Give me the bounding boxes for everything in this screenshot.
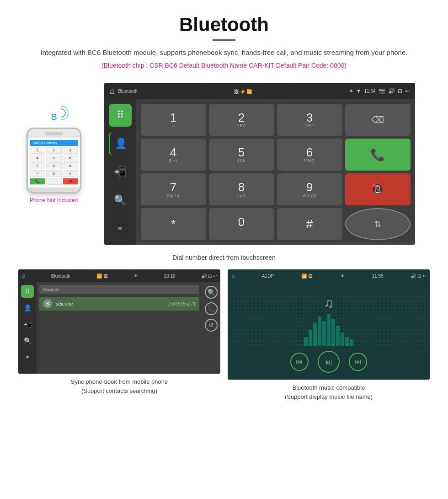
page-container: Bluetooth Integrated with BC6 Bluetooth … [0,0,448,401]
sidebar-dialpad[interactable]: ⠿ [109,104,132,127]
delete-icon: ⌫ [371,114,384,125]
dial-key-hash[interactable]: # [277,208,342,240]
sidebar-search[interactable]: 🔍 [109,189,132,212]
dial-key-8[interactable]: 8 TUV [209,173,274,205]
dial-key-4[interactable]: 4 GHI [141,139,206,171]
pb-sidebar: ⠿ 👤 📲 🔍 ✶ [18,282,37,374]
pb-refresh-action[interactable]: ↺ [205,319,218,332]
title-divider [213,39,235,41]
pb-person-icon[interactable]: 👤 [21,301,34,314]
dial-key-0[interactable]: 0 + [209,208,274,240]
dial-key-6[interactable]: 6 MNO [277,139,342,171]
dial-key-9[interactable]: 9 WXYZ [277,173,342,205]
phone-screen-header: + Add to Contacts [30,140,78,146]
camera-icon: 📷 [379,88,385,94]
music-app-name: A2DP [262,274,274,279]
dial-sub-7: PQRS [166,193,180,198]
music-prev-button[interactable]: ⏮ [290,353,309,371]
dial-num-6: 6 [306,146,313,158]
dial-sub-4: GHI [169,158,177,163]
status-center: 🖼 ⚡ 📶 [234,88,252,95]
pb-dialpad-icon[interactable]: ⠿ [21,285,34,298]
top-row: ʙ + Add to Contacts 1 2 3 4 5 6 7 8 9 [18,83,430,249]
dial-num-hash: # [306,218,313,230]
phone-notch [45,132,63,135]
sidebar-bluetooth-settings[interactable]: ✶ [109,217,132,240]
dial-num-star: * [171,218,176,230]
eq-bar-8 [336,326,340,346]
music-body: ♫ [228,282,430,380]
dial-sub-8: TUV [237,193,246,198]
dial-key-7[interactable]: 7 PQRS [141,173,206,205]
eq-bar-10 [345,337,349,346]
dial-sub-9: WXYZ [303,193,316,198]
pb-home-icon: ⌂ [22,273,25,279]
dial-sub-6: MNO [304,158,315,163]
person-icon: 👤 [115,138,127,150]
status-icons-left: 🖼 ⚡ 📶 [234,89,252,94]
page-header: Bluetooth Integrated with BC6 Bluetooth … [0,0,448,83]
phonebook-screenshot: ⌂ Bluetooth 📶 🖼 ✶ 20:10 🔊 ⊡ ↩ ⠿ 👤 📲 🔍 ✶ [18,269,220,374]
eq-bar-1 [304,337,308,346]
phonebook-caption-line2: (Support contacts searching) [81,387,157,394]
phone-key-3: 3 [63,147,78,154]
phone-bottom-bar [28,188,80,192]
status-left: ⌂ Bluetooth [110,86,138,96]
dial-key-call[interactable]: 📞 [345,139,411,171]
dial-sub-3: DEF [305,123,315,128]
swap-icon: ⇅ [374,219,381,229]
pb-call-action[interactable]: 📞 [205,302,218,315]
bluetooth-icon: ʙ [51,110,57,123]
chip-info: (Bluetooth chip : CSR BC6 Default Blueto… [9,62,439,69]
phonebook-body: ⠿ 👤 📲 🔍 ✶ Search S [18,282,220,374]
phone-key-star: * [30,170,45,177]
sidebar-contacts[interactable]: 👤 [109,132,132,155]
eq-bar-2 [309,330,312,346]
phone-key-2: 2 [46,147,62,154]
time-display: 11:54 [364,89,375,94]
dial-num-2: 2 [238,112,245,123]
dial-num-5: 5 [238,146,245,158]
phonebook-item: ⌂ Bluetooth 📶 🖼 ✶ 20:10 🔊 ⊡ ↩ ⠿ 👤 📲 🔍 ✶ [18,269,220,401]
phone-screen: + Add to Contacts 1 2 3 4 5 6 7 8 9 * 0 … [28,138,80,188]
pb-search-action[interactable]: 🔍 [205,286,218,299]
pb-search-bar[interactable]: Search [39,285,199,294]
pb-transfer-icon[interactable]: 📲 [21,318,34,331]
sidebar-call-transfer[interactable]: 📲 [109,161,132,183]
back-icon: ↩ [405,88,410,94]
bluetooth-status-icon: ✶ [349,88,353,94]
dial-key-1[interactable]: 1 ▫ [141,104,206,136]
phone-key-8: 8 [46,162,62,169]
phone-key-1: 1 [30,147,45,154]
dial-num-0: 0 [238,216,245,228]
dial-key-star[interactable]: * [141,208,206,240]
dial-key-3[interactable]: 3 DEF [277,104,342,136]
dial-key-delete[interactable]: ⌫ [345,104,411,136]
dial-key-hangup[interactable]: 📵 [345,173,411,205]
eq-bar-9 [341,333,344,346]
play-icon: ⏯ [324,357,333,367]
wifi-icon: ▼ [356,88,362,94]
music-caption: Bluetooth music compatible (Support disp… [285,383,373,401]
dial-num-4: 4 [170,146,176,158]
pb-contact-row[interactable]: S seicane 15885554271 [39,297,199,311]
dial-key-swap[interactable]: ⇅ [345,208,411,240]
pb-search-icon[interactable]: 🔍 [21,334,34,347]
call-icon: 📞 [370,148,385,162]
dial-num-9: 9 [306,181,313,193]
dial-key-2[interactable]: 2 ABC [209,104,274,136]
music-play-button[interactable]: ⏯ [318,351,340,373]
pb-icons: 📶 🖼 [96,274,108,279]
eq-bar-4 [318,317,321,346]
eq-bar-7 [331,319,335,346]
music-next-button[interactable]: ⏭ [349,353,367,371]
eq-bars [232,310,425,346]
dial-sub-1: ▫ [172,123,174,128]
phone-not-included-label: Phone Not Included [30,197,78,204]
page-title: Bluetooth [9,14,439,36]
pb-bt-settings-icon[interactable]: ✶ [21,351,34,364]
dial-key-5[interactable]: 5 JKL [209,139,274,171]
pb-app-name: Bluetooth [51,274,70,279]
music-right-icons: 🔊 ⊡ ↩ [411,274,426,279]
music-caption-line1: Bluetooth music compatible [293,384,365,391]
